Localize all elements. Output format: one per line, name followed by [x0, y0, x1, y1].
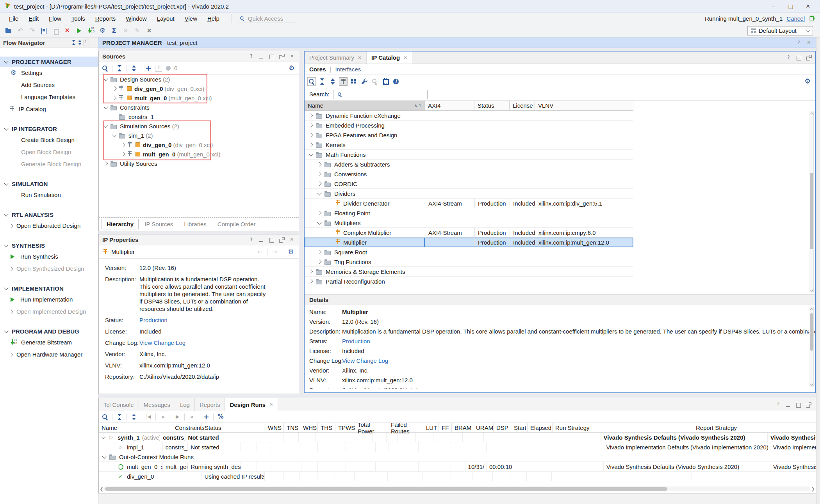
chevron-right-icon[interactable] [9, 266, 13, 271]
sidebar-section-header-simulation[interactable]: SIMULATION [0, 179, 98, 189]
column-header-whs[interactable]: WHS [300, 423, 318, 433]
chevron-down-icon[interactable] [317, 220, 321, 224]
settings-icon[interactable]: ⚙ [98, 27, 106, 35]
menu-reports[interactable]: Reports [90, 15, 121, 22]
column-header-tpws[interactable]: TPWS [335, 423, 355, 433]
sidebar-section-header-synthesis[interactable]: SYNTHESIS [0, 240, 98, 250]
copy-icon[interactable] [52, 27, 59, 35]
layout-selector[interactable]: Default Layout [747, 26, 813, 35]
sidebar-section-header-rtl-analysis[interactable]: RTL ANALYSIS [0, 209, 98, 220]
column-header-tns[interactable]: TNS [284, 423, 300, 433]
tab-libraries[interactable]: Libraries [179, 219, 211, 229]
minimize-button[interactable]: ‒ [770, 3, 777, 10]
ip-catalog-category[interactable]: Floating Point [305, 208, 633, 218]
float-button[interactable] [805, 401, 812, 408]
cancel-icon[interactable]: ✕ [122, 27, 130, 35]
ip-catalog-category[interactable]: CORDIC [305, 179, 633, 189]
column-header-vlnv[interactable]: VLNV [535, 101, 633, 110]
horizontal-scrollbar[interactable]: ❮ ❯ [99, 486, 816, 492]
undo-icon[interactable]: ↶ [16, 27, 24, 35]
minimize-icon[interactable] [89, 39, 94, 46]
tab-design-runs[interactable]: Design Runs✕ [225, 398, 278, 411]
tab-log[interactable]: Log [175, 398, 195, 411]
chevron-down-icon[interactable] [4, 181, 8, 185]
column-header-lut[interactable]: LUT [423, 423, 439, 433]
min-button[interactable] [258, 53, 265, 60]
sidebar-item-language-templates[interactable]: Language Templates [0, 91, 98, 103]
chevron-down-icon[interactable] [4, 328, 8, 333]
design-runs-group-row[interactable]: Out-of-Context Module Runs [99, 452, 816, 462]
tab-ip-sources[interactable]: IP Sources [140, 219, 178, 229]
source-tree-item[interactable]: mult_gen_0 (mult_gen_0.xci) [99, 93, 299, 103]
scroll-up-icon[interactable] [810, 113, 814, 117]
ip-catalog-category[interactable]: Dynamic Function eXchange [305, 111, 633, 121]
help-button[interactable]: ? [248, 53, 255, 60]
ip-catalog-category[interactable]: Kernels [305, 140, 633, 150]
sidebar-item-generate-bitstream[interactable]: 0110Generate Bitstream [0, 336, 98, 348]
chevron-right-icon[interactable] [308, 113, 313, 117]
vertical-scrollbar[interactable] [809, 111, 814, 293]
ip-catalog-category[interactable]: Math Functions [305, 150, 633, 160]
expand-all-icon[interactable] [130, 413, 138, 421]
add-icon[interactable]: + [202, 413, 210, 421]
settings-icon[interactable]: ⚙ [288, 64, 296, 72]
column-header-dsp[interactable]: DSP [494, 423, 511, 433]
column-header-ths[interactable]: THS [318, 423, 335, 433]
chevron-down-icon[interactable] [4, 59, 8, 63]
ip-catalog-row[interactable]: Multiplier Production Included xilinx.co… [305, 238, 633, 247]
ip-catalog-category[interactable]: Conversions [305, 169, 633, 179]
chevron-down-icon[interactable] [4, 286, 8, 290]
chevron-right-icon[interactable] [317, 259, 321, 264]
help-box-icon[interactable]: ? [83, 39, 88, 46]
float-button[interactable] [278, 53, 285, 60]
expand-all-icon[interactable] [77, 39, 82, 46]
tab-project-summary[interactable]: Project Summary✕ [305, 51, 367, 64]
ip-catalog-category[interactable]: Memories & Storage Elements [305, 267, 633, 277]
settings-icon[interactable]: ⚙ [804, 78, 811, 85]
min-button[interactable] [785, 401, 791, 408]
add-icon[interactable]: + [144, 64, 152, 72]
sidebar-item-generate-block-design[interactable]: Generate Block Design [0, 158, 98, 170]
menu-layout[interactable]: Layout [152, 15, 180, 22]
close-button[interactable]: ✕ [806, 39, 812, 46]
ip-catalog-category[interactable]: Square Root [305, 247, 633, 257]
ip-catalog-category[interactable]: Dividers [305, 189, 633, 199]
help-button[interactable]: ? [248, 236, 255, 243]
float-button[interactable] [806, 54, 812, 61]
close-tab-icon[interactable]: ✕ [403, 55, 407, 60]
source-tree-item[interactable]: sim_1 (2) [99, 131, 299, 140]
close-tab-icon[interactable]: ✕ [358, 55, 362, 60]
maximize-button[interactable]: □ [787, 3, 794, 10]
column-header-wns[interactable]: WNS [265, 423, 284, 433]
sidebar-item-open-implemented-design[interactable]: Open Implemented Design [0, 305, 98, 318]
collapse-all-icon[interactable] [116, 64, 123, 72]
chevron-right-icon[interactable] [308, 123, 313, 127]
sidebar-item-open-elaborated-design[interactable]: Open Elaborated Design [0, 220, 98, 232]
chevron-right-icon[interactable] [317, 181, 321, 186]
scroll-right-icon[interactable]: ❯ [810, 486, 816, 492]
back-arrow-icon[interactable]: ← [257, 248, 262, 256]
close-tab-icon[interactable]: ✕ [269, 402, 273, 407]
chevron-down-icon[interactable] [102, 454, 106, 458]
source-tree-item[interactable]: Utility Sources [99, 159, 299, 168]
max-button[interactable] [795, 401, 802, 408]
sidebar-section-header-program-and-debug[interactable]: PROGRAM AND DEBUG [0, 326, 98, 336]
max-button[interactable] [795, 54, 802, 61]
tab-hierarchy[interactable]: Hierarchy [102, 219, 138, 229]
column-header-ff[interactable]: FF [439, 423, 452, 433]
menu-file[interactable]: File [4, 15, 23, 22]
chevron-down-icon[interactable] [308, 152, 313, 156]
close-button[interactable]: ✕ [804, 3, 811, 10]
search-icon[interactable] [101, 413, 109, 421]
tab-messages[interactable]: Messages [139, 398, 175, 411]
collapse-all-icon[interactable] [71, 39, 76, 46]
ip-catalog-row[interactable]: Divider Generator AXI4-Stream Production… [305, 199, 633, 208]
menu-view[interactable]: View [180, 15, 202, 22]
chevron-right-icon[interactable] [9, 224, 13, 228]
sidebar-item-run-simulation[interactable]: Run Simulation [0, 189, 98, 201]
ip-catalog-category[interactable]: Embedded Processing [305, 121, 633, 130]
column-header-name[interactable]: Name∧ 1 [305, 101, 425, 110]
sidebar-item-open-block-design[interactable]: Open Block Design [0, 146, 98, 158]
search-icon[interactable] [101, 64, 109, 72]
cancel-run-link[interactable]: Cancel [786, 15, 805, 22]
